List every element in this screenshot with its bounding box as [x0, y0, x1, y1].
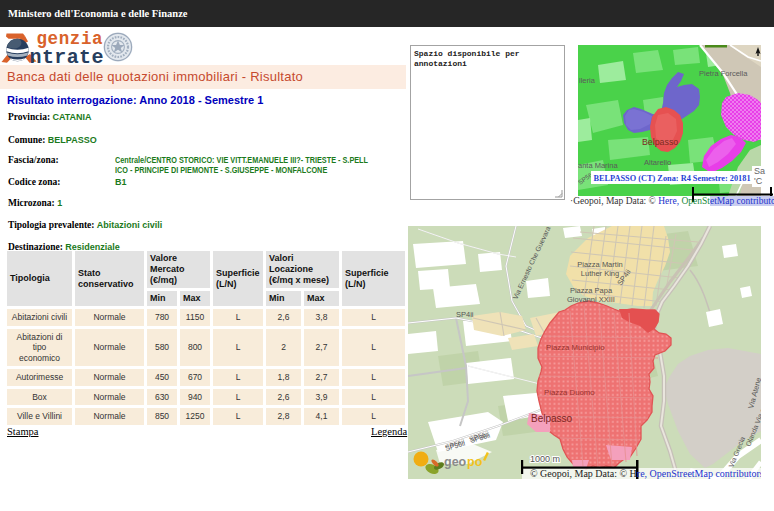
svg-text:SP4ii: SP4ii — [456, 310, 474, 319]
svg-text:anta Marina: anta Marina — [578, 161, 618, 170]
svg-text:ntrate: ntrate — [30, 46, 104, 65]
svg-text:Luther King: Luther King — [581, 269, 619, 278]
svg-text:Belpasso: Belpasso — [531, 413, 573, 424]
svg-text:po: po — [467, 455, 483, 469]
svg-text:© Geopoi, Map Data: © Hre, Ope: © Geopoi, Map Data: © Hre, OpenStreetMap… — [530, 468, 761, 479]
svg-text:Piazza Duomo: Piazza Duomo — [544, 388, 595, 397]
svg-text:BELPASSO (CT) Zona: R4 Semestr: BELPASSO (CT) Zona: R4 Semestre: 20181 — [593, 174, 750, 183]
svg-text:lleria: lleria — [579, 76, 596, 85]
svg-text:Piazza Municipio: Piazza Municipio — [546, 343, 605, 352]
svg-text:Giovanni XXIII: Giovanni XXIII — [567, 295, 615, 304]
svg-text:Piazza Papa: Piazza Papa — [570, 286, 613, 295]
svg-text:Piazza Martin: Piazza Martin — [577, 260, 622, 269]
svg-text:Altarello: Altarello — [644, 158, 671, 167]
svg-text:geo: geo — [444, 455, 467, 469]
svg-text:Belpasso: Belpasso — [642, 137, 678, 147]
svg-text:Pietra Forcella: Pietra Forcella — [699, 69, 748, 78]
svg-text:1000 m: 1000 m — [530, 454, 560, 464]
